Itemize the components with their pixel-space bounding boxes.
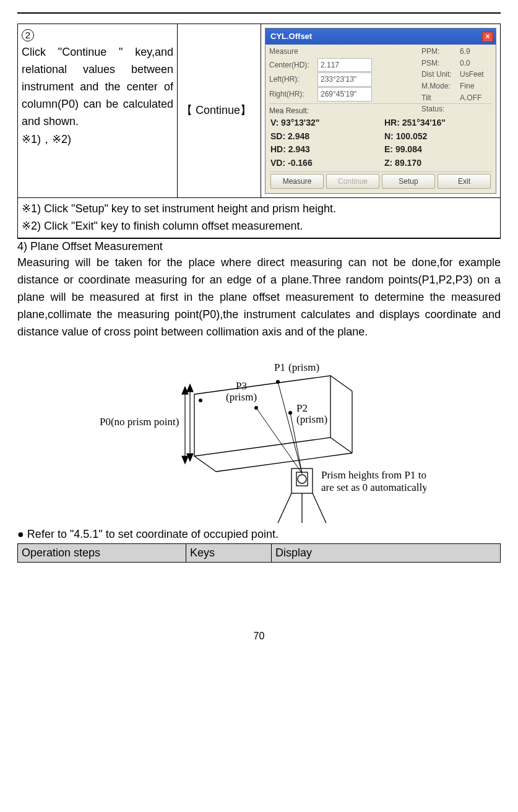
right-hr-value[interactable]: 269°45'19"	[317, 87, 372, 102]
svg-line-20	[313, 493, 326, 523]
psm-label: PSM:	[421, 58, 456, 69]
svg-text:(prism): (prism)	[226, 391, 257, 403]
hd-value: HD: 2.943	[270, 143, 378, 157]
hdr-keys: Keys	[186, 543, 272, 562]
diagram-p0-label: P0(no prism point)	[100, 416, 179, 428]
dist-unit-label: Dist Unit:	[421, 69, 456, 80]
mmode-label: M.Mode:	[421, 80, 456, 92]
center-hd-value[interactable]: 2.117	[317, 58, 372, 72]
settings-block: PPM:6.9 PSM:0.0 Dist Unit:UsFeet M.Mode:…	[421, 46, 492, 115]
step-text: Click "Continue " key,and relational val…	[22, 44, 173, 130]
svg-text:(prism): (prism)	[288, 361, 319, 373]
step-footnote-ref: ※1)，※2)	[22, 131, 173, 149]
mmode-value: Fine	[460, 80, 492, 92]
footnote-1: ※1) Click "Setup" key to set instrument …	[22, 201, 496, 218]
step-number: 2	[22, 29, 34, 41]
tilt-status-value: A.OFF	[460, 92, 492, 115]
svg-marker-8	[182, 456, 188, 464]
right-hr-label: Right(HR):	[269, 89, 314, 100]
tilt-status-label: Tilt Status:	[421, 92, 456, 115]
center-hd-label: Center(HD):	[269, 59, 314, 71]
cyl-titlebar: CYL.Offset ×	[265, 28, 496, 45]
key-continue-label: 【 Continue】	[181, 104, 251, 116]
ppm-value: 6.9	[460, 46, 492, 58]
vd-value: VD: -0.166	[270, 157, 378, 170]
ppm-label: PPM:	[421, 46, 456, 58]
diagram-p3-prism: (prism)	[226, 391, 257, 403]
z-value: Z: 89.170	[384, 157, 492, 170]
svg-text:(prism): (prism)	[296, 413, 327, 425]
section-body: Measuring will be taken for the place wh…	[17, 254, 501, 340]
keys-cell: 【 Continue】	[177, 24, 261, 198]
sd-value: SD: 2.948	[270, 130, 378, 144]
diagram-note-line1: Prism heights from P1 to P3	[321, 469, 426, 481]
svg-line-1	[330, 376, 352, 391]
svg-marker-10	[187, 384, 193, 392]
v-value: V: 93°13'32"	[270, 116, 378, 130]
diagram-note-line2: are set as 0 automatically.	[321, 482, 426, 493]
diagram-p1-prism: (prism)	[288, 361, 319, 373]
hdr-display: Display	[272, 543, 501, 562]
svg-line-2	[330, 438, 352, 453]
display-cell: CYL.Offset × Measure Center(HD): 2.117 L…	[261, 24, 501, 198]
svg-line-22	[278, 382, 302, 473]
diagram-p1-label: P1	[274, 361, 285, 373]
page-number: 70	[17, 563, 501, 648]
continue-button[interactable]: Continue	[326, 174, 379, 189]
e-value: E: 99.084	[384, 143, 492, 157]
diagram-p3-label: P3	[236, 380, 247, 392]
footnote-2: ※2) Click "Exit" key to finish column of…	[22, 218, 496, 235]
svg-line-23	[256, 408, 302, 473]
step-cell: 2 Click "Continue " key,and relational v…	[18, 24, 178, 198]
mea-result-grid: V: 93°13'32" HR: 251°34'16" SD: 2.948 N:…	[269, 116, 492, 171]
svg-point-12	[199, 399, 202, 402]
measure-button[interactable]: Measure	[270, 174, 324, 189]
svg-point-18	[298, 475, 306, 483]
hr-value: HR: 251°34'16"	[384, 116, 492, 130]
left-hr-label: Left(HR):	[269, 74, 314, 85]
hdr-steps: Operation steps	[18, 543, 186, 562]
setup-button[interactable]: Setup	[382, 174, 435, 189]
ops-header-table: Operation steps Keys Display	[17, 543, 501, 563]
plane-offset-diagram: P0(no prism point) P1 (prism) P3 (prism)…	[17, 341, 501, 527]
n-value: N: 100.052	[384, 130, 492, 144]
cyl-offset-window: CYL.Offset × Measure Center(HD): 2.117 L…	[265, 28, 496, 194]
cyl-title-text: CYL.Offset	[270, 30, 312, 43]
refer-line: ● Refer to "4.5.1" to set coordinate of …	[17, 528, 501, 541]
footnotes-cell: ※1) Click "Setup" key to set instrument …	[18, 198, 501, 238]
close-icon[interactable]: ×	[482, 32, 493, 42]
dist-unit-value: UsFeet	[460, 69, 492, 80]
psm-value: 0.0	[460, 58, 492, 69]
diagram-p2-label: P2	[296, 402, 308, 414]
section-heading: 4) Plane Offset Measurement	[17, 238, 501, 253]
diagram-p2-prism: (prism)	[296, 413, 327, 425]
svg-line-4	[194, 456, 216, 472]
step-table: 2 Click "Continue " key,and relational v…	[17, 24, 501, 238]
exit-button[interactable]: Exit	[438, 174, 491, 189]
left-hr-value[interactable]: 233°23'13"	[317, 72, 372, 87]
svg-line-19	[278, 493, 291, 523]
